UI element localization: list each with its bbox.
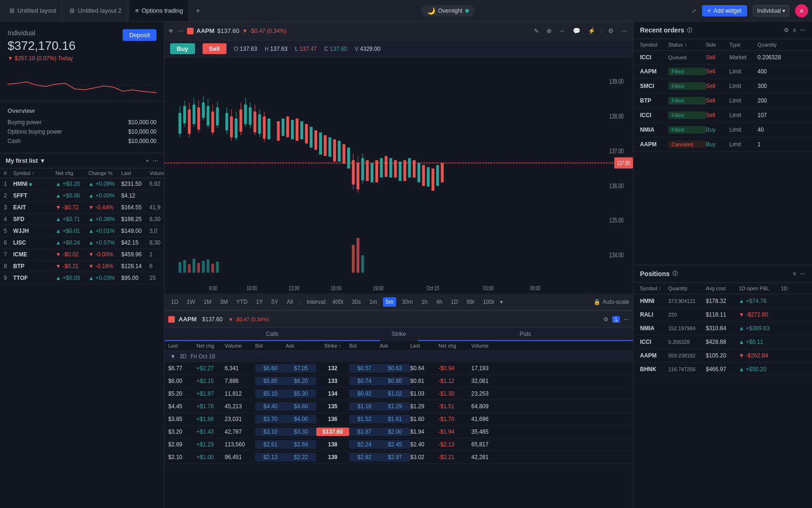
options-more-icon[interactable]: ⋯ [624,316,629,323]
overnight-pill[interactable]: 🌙 Overnight [422,5,475,16]
options-row[interactable]: $6.77 +$2.27 6,341 $6.60 $7.05 132 $0.57… [164,362,633,375]
watchlist-row[interactable]: 4 SFD ▲ +$0.71 ▲ +0.38% $188.25 8,30 [0,214,164,225]
chart-more-icon[interactable]: ⋯ [178,28,183,34]
comment-tool[interactable]: 💬 [571,26,582,35]
position-row[interactable]: RALI 220 $118.11 ▼ -$272.80 [633,308,812,322]
interval-30s[interactable]: 30s [349,297,364,307]
svg-rect-90 [431,168,434,190]
tab-untitled-1[interactable]: ⊞ Untitled layout [4,0,62,21]
options-row[interactable]: $6.00 +$2.15 7,886 $5.85 $6.20 133 $0.74… [164,375,633,388]
row-net-chg: ▲ +$0.00 [55,192,88,199]
watchlist-row[interactable]: 8 BTP ▼ -$0.21 ▼ -0.16% $128.14 6 [0,261,164,272]
interval-400t[interactable]: 400t [329,297,346,307]
order-row[interactable]: NMIA Filled Buy Limit 40 [633,123,812,137]
watchlist-row[interactable]: 7 ICME ▼ -$0.02 ▼ -0.00% $459.96 1 [0,249,164,261]
chart-eye-icon[interactable]: 👁 [168,28,174,34]
options-filter-icon[interactable]: ⚙ [603,316,609,323]
position-row[interactable]: HMNI 373.904121 $178.32 ▲ +$74.78 [633,294,812,308]
interval-4h[interactable]: 4h [433,297,445,307]
position-row[interactable]: BHNK 116.747256 $466.97 ▲ +$50.20 [633,363,812,376]
order-row[interactable]: AAPM Canceled Buy Limit 1 [633,137,812,152]
order-qty: 40 [757,127,790,133]
interval-ytd[interactable]: YTD [234,297,250,307]
tab-untitled-2[interactable]: ⊞ Untitled layout 2 [64,0,127,21]
pos-qty: 116.747256 [668,366,706,372]
position-row[interactable]: ICCI 0.206328 $428.88 ▲ +$0.11 [633,335,812,349]
order-row[interactable]: BTP Filled Sell Limit 200 [633,94,812,108]
position-row[interactable]: AAPM 559.238182 $105.20 ▼ -$262.84 [633,349,812,363]
options-row[interactable]: $5.20 +$1.97 11,812 $5.10 $5.30 134 $0.9… [164,388,633,400]
buy-button[interactable]: Buy [170,43,195,54]
sell-button[interactable]: Sell [203,43,226,54]
orders-filter-icon[interactable]: ≡ [793,27,796,33]
avatar[interactable]: A [795,4,808,17]
chevron-down-icon[interactable]: ▾ [41,157,44,164]
interval-all[interactable]: All [284,297,296,307]
orders-more-icon[interactable]: ⋯ [800,27,805,33]
options-row[interactable]: $2.10 +$1.00 96,451 $2.13 $2.22 139 $2.8… [164,451,633,464]
interval-3m[interactable]: 3M [217,297,231,307]
order-row[interactable]: ICCI Filled Sell Limit 107 [633,108,812,123]
svg-text:9:00: 9:00 [209,285,217,291]
interval-5m[interactable]: 5m [383,297,397,307]
positions-more-icon[interactable]: ⋯ [800,270,805,277]
chart-symbol[interactable]: AAPM [196,27,214,34]
interval-1d[interactable]: 1D [168,297,181,307]
interval-1m-t[interactable]: 1m [367,297,380,307]
indicator-tool[interactable]: ⚡ [586,26,597,35]
chart-area[interactable]: 139.00 138.00 137.00 136.00 135.00 134.0… [164,57,633,294]
order-row[interactable]: ICCI Queued Sell Market 0.206328 [633,51,812,64]
interval-1h[interactable]: 1h [419,297,430,307]
more-options-icon[interactable]: ⋯ [153,158,158,164]
row-symbol: SFFT [13,192,55,199]
pos-pnl: ▲ +$74.78 [739,298,781,304]
interval-99r[interactable]: 99r [464,297,477,307]
add-tab-button[interactable]: + [191,7,204,15]
watchlist-row[interactable]: 3 EAIT ▼ -$0.72 ▼ -0.44% $164.55 41,9 [0,202,164,214]
interval-30m[interactable]: 30m [399,297,415,307]
watchlist-row[interactable]: 2 SFFT ▲ +$0.00 ▲ +0.00% $4.12 [0,190,164,202]
settings-icon[interactable]: ⚙ [606,26,616,35]
positions-filter-icon[interactable]: ≡ [793,270,796,277]
svg-rect-66 [333,139,336,161]
orders-settings-icon[interactable]: ⚙ [784,27,789,33]
watchlist-row[interactable]: 1 HMNI ▲ +$0.20 ▲ +0.09% $231.50 6,92 [0,178,164,190]
expand-icon[interactable]: ⤢ [692,8,696,14]
call-vol: 96,451 [225,454,255,460]
add-widget-button[interactable]: + Add widget [702,5,747,16]
interval-1y[interactable]: 1Y [253,297,266,307]
expand-row-icon[interactable]: ▼ [170,353,176,360]
chart-more-icon2[interactable]: ⋯ [619,26,629,35]
order-row[interactable]: SMCI Filled Sell Limit 300 [633,79,812,94]
svg-rect-76 [366,160,369,181]
pos-pnl: ▲ +$389.63 [739,325,781,332]
options-row[interactable]: $4.45 +$1.78 45,213 $4.40 $4.60 135 $1.1… [164,400,633,413]
interval-1w[interactable]: 1W [184,297,198,307]
put-vol: 35,485 [471,429,502,435]
watchlist-row[interactable]: 6 LISC ▲ +$0.24 ▲ +0.57% $42.15 8,30 [0,237,164,249]
position-row[interactable]: NMIA 152.197984 $310.84 ▲ +$389.63 [633,322,812,335]
pencil-tool[interactable]: ✎ [532,26,541,35]
tab-options[interactable]: ≡ Options trading [130,0,189,21]
individual-select[interactable]: Individual ▾ [753,5,789,16]
interval-1m[interactable]: 1M [201,297,214,307]
crosshair-tool[interactable]: ⊕ [545,26,554,35]
options-row[interactable]: $2.69 +$1.29 113,560 $2.61 $2.69 138 $2.… [164,438,633,451]
order-row[interactable]: AAPM Filled Sell Limit 400 [633,64,812,79]
options-row[interactable]: $3.20 +$1.43 42,787 $3.10 $3.30 $137.60 … [164,426,633,438]
interval-100r[interactable]: 100r [480,297,497,307]
options-row[interactable]: $3.85 +$1.66 23,031 $3.70 $4.00 136 $1.5… [164,413,633,426]
grid-icon: ⊞ [9,7,15,14]
strike-label: Strike [380,328,418,341]
row-chg-pct: ▲ +0.03% [88,275,121,281]
auto-scale[interactable]: 🔒 Auto-scale [593,299,629,305]
measure-tool[interactable]: ↔ [557,26,567,35]
interval-arrow[interactable]: ▾ [500,299,503,305]
put-net: -$2.13 [438,441,471,448]
interval-5y[interactable]: 5Y [268,297,281,307]
deposit-button[interactable]: Deposit [123,29,156,41]
add-watchlist-icon[interactable]: + [146,158,149,164]
watchlist-row[interactable]: 5 WJJH ▲ +$0.01 ▲ +0.01% $149.00 3,0 [0,225,164,237]
watchlist-row[interactable]: 9 TTOF ▲ +$0.03 ▲ +0.03% $95.00 25 [0,272,164,284]
interval-1d-t[interactable]: 1D [448,297,461,307]
